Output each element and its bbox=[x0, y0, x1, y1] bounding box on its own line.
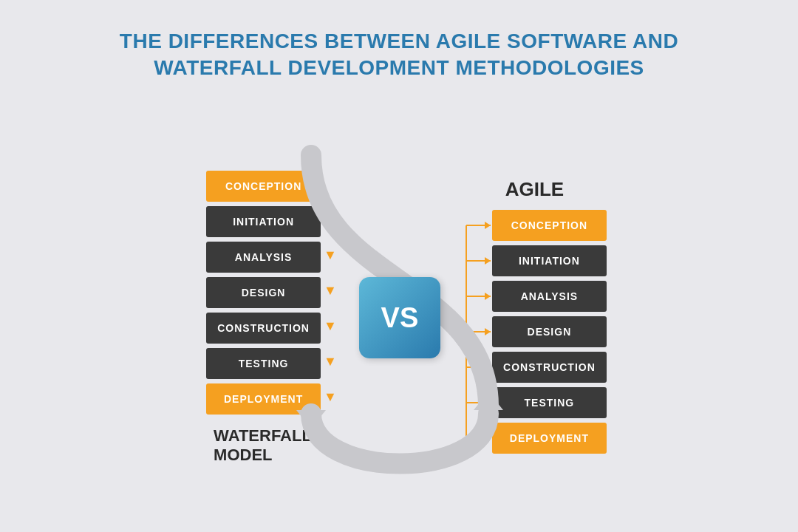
title-line2: WATERFALL DEVELOPMENT METHODOLOGIES bbox=[120, 55, 678, 81]
vs-box: VS bbox=[359, 277, 440, 358]
main-container: THE DIFFERENCES BETWEEN AGILE SOFTWARE A… bbox=[0, 0, 798, 532]
vs-label: VS bbox=[381, 302, 419, 334]
agile-title: AGILE bbox=[505, 178, 564, 201]
content-area: CONCEPTIONINITIATIONANALYSISDESIGNCONSTR… bbox=[0, 104, 798, 532]
vs-section: VS bbox=[359, 277, 440, 358]
main-title: THE DIFFERENCES BETWEEN AGILE SOFTWARE A… bbox=[120, 28, 678, 82]
title-line1: THE DIFFERENCES BETWEEN AGILE SOFTWARE A… bbox=[120, 28, 678, 55]
